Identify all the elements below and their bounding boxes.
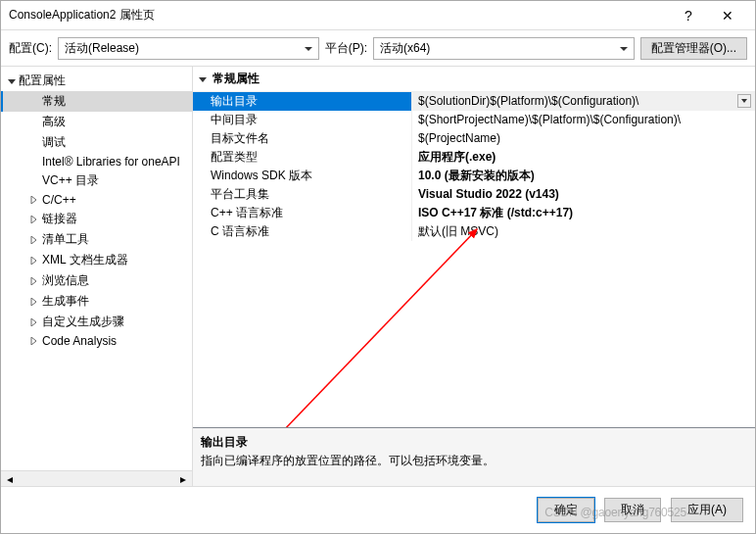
- tree-item[interactable]: 调试: [1, 132, 193, 153]
- config-label: 配置(C):: [9, 40, 52, 57]
- config-value: 活动(Release): [65, 40, 139, 57]
- caret-down-icon: [199, 73, 207, 86]
- tree-item[interactable]: 浏览信息: [1, 270, 193, 291]
- tree-item[interactable]: Code Analysis: [1, 332, 193, 350]
- tree-item[interactable]: Intel® Libraries for oneAPI: [1, 153, 193, 170]
- property-row[interactable]: 目标文件名$(ProjectName): [193, 129, 755, 148]
- tree[interactable]: 配置属性 常规高级调试Intel® Libraries for oneAPIVC…: [1, 67, 193, 470]
- property-value[interactable]: ISO C++17 标准 (/std:c++17): [412, 204, 755, 222]
- tree-item[interactable]: 链接器: [1, 209, 193, 229]
- tree-item-label: C/C++: [42, 193, 76, 207]
- platform-value: 活动(x64): [380, 40, 430, 57]
- property-key: C 语言标准: [193, 222, 412, 241]
- property-key: 输出目录: [193, 92, 412, 111]
- scroll-right-icon[interactable]: ▸: [176, 472, 190, 486]
- property-row[interactable]: 配置类型应用程序(.exe): [193, 148, 755, 167]
- property-row[interactable]: C++ 语言标准ISO C++17 标准 (/std:c++17): [193, 204, 755, 222]
- property-key: Windows SDK 版本: [193, 167, 412, 185]
- caret-right-icon: [28, 257, 38, 265]
- caret-right-icon: [28, 236, 38, 244]
- property-value[interactable]: 应用程序(.exe): [412, 148, 755, 167]
- caret-right-icon: [28, 216, 38, 223]
- property-key: 目标文件名: [193, 129, 412, 148]
- tree-item[interactable]: 常规: [1, 91, 193, 112]
- tree-item[interactable]: 清单工具: [1, 229, 193, 250]
- svg-line-0: [232, 229, 477, 427]
- scroll-left-icon[interactable]: ◂: [3, 472, 17, 486]
- titlebar: ConsoleApplication2 属性页 ? ✕: [1, 1, 755, 30]
- property-key: C++ 语言标准: [193, 204, 412, 222]
- prop-group-header[interactable]: 常规属性: [193, 67, 755, 92]
- tree-item-label: 常规: [42, 93, 66, 110]
- tree-item[interactable]: XML 文档生成器: [1, 250, 193, 270]
- description-title: 输出目录: [201, 434, 747, 451]
- tree-root-label: 配置属性: [19, 73, 66, 89]
- toolbar: 配置(C): 活动(Release) 平台(P): 活动(x64) 配置管理器(…: [1, 30, 755, 66]
- prop-group-title: 常规属性: [213, 71, 260, 87]
- description-text: 指向已编译程序的放置位置的路径。可以包括环境变量。: [201, 453, 747, 469]
- dropdown-icon[interactable]: [737, 94, 751, 108]
- tree-item-label: Code Analysis: [42, 334, 117, 348]
- tree-item-label: 调试: [42, 134, 66, 151]
- platform-label: 平台(P):: [325, 40, 367, 57]
- caret-right-icon: [28, 318, 38, 326]
- caret-down-icon: [7, 77, 17, 85]
- caret-right-icon: [28, 196, 38, 204]
- property-grid[interactable]: 输出目录$(SolutionDir)$(Platform)\$(Configur…: [193, 92, 755, 427]
- property-row[interactable]: 中间目录$(ShortProjectName)\$(Platform)\$(Co…: [193, 111, 755, 129]
- property-value[interactable]: 默认(旧 MSVC): [412, 222, 755, 241]
- tree-item[interactable]: 高级: [1, 112, 193, 132]
- platform-combo[interactable]: 活动(x64): [373, 37, 635, 60]
- caret-right-icon: [28, 277, 38, 285]
- property-row[interactable]: C 语言标准默认(旧 MSVC): [193, 222, 755, 241]
- tree-item-label: 清单工具: [42, 231, 89, 248]
- caret-right-icon: [28, 337, 38, 345]
- tree-item[interactable]: VC++ 目录: [1, 170, 193, 191]
- config-combo[interactable]: 活动(Release): [58, 37, 319, 60]
- close-button[interactable]: ✕: [708, 8, 747, 24]
- ok-button[interactable]: 确定: [538, 498, 594, 522]
- tree-item[interactable]: 自定义生成步骤: [1, 312, 193, 332]
- tree-item-label: 高级: [42, 114, 66, 130]
- tree-item-label: VC++ 目录: [42, 172, 99, 189]
- annotation-arrow-icon: [222, 219, 496, 427]
- footer: CSDN @gaoenyang760525 确定 取消 应用(A): [1, 486, 755, 533]
- property-value[interactable]: $(ShortProjectName)\$(Platform)\$(Config…: [412, 111, 755, 129]
- tree-panel: 配置属性 常规高级调试Intel® Libraries for oneAPIVC…: [1, 67, 193, 486]
- property-value[interactable]: Visual Studio 2022 (v143): [412, 185, 755, 204]
- tree-item[interactable]: 生成事件: [1, 291, 193, 312]
- property-key: 平台工具集: [193, 185, 412, 204]
- property-key: 配置类型: [193, 148, 412, 167]
- content: 常规属性 输出目录$(SolutionDir)$(Platform)\$(Con…: [193, 67, 755, 486]
- tree-item-label: 自定义生成步骤: [42, 314, 124, 330]
- tree-hscrollbar[interactable]: ◂ ▸: [1, 470, 192, 486]
- property-value[interactable]: $(ProjectName): [412, 129, 755, 148]
- window-title: ConsoleApplication2 属性页: [9, 7, 669, 24]
- tree-root[interactable]: 配置属性: [1, 71, 193, 91]
- config-manager-button[interactable]: 配置管理器(O)...: [640, 37, 747, 60]
- property-row[interactable]: Windows SDK 版本10.0 (最新安装的版本): [193, 167, 755, 185]
- tree-item-label: XML 文档生成器: [42, 252, 128, 268]
- apply-button[interactable]: 应用(A): [671, 498, 743, 522]
- property-row[interactable]: 输出目录$(SolutionDir)$(Platform)\$(Configur…: [193, 92, 755, 111]
- tree-item-label: 生成事件: [42, 293, 89, 310]
- property-key: 中间目录: [193, 111, 412, 129]
- tree-item-label: Intel® Libraries for oneAPI: [42, 155, 180, 169]
- cancel-button[interactable]: 取消: [604, 498, 661, 522]
- tree-item[interactable]: C/C++: [1, 191, 193, 209]
- main: 配置属性 常规高级调试Intel® Libraries for oneAPIVC…: [1, 66, 755, 486]
- help-button[interactable]: ?: [669, 8, 708, 24]
- property-value[interactable]: 10.0 (最新安装的版本): [412, 167, 755, 185]
- caret-right-icon: [28, 298, 38, 306]
- property-value[interactable]: $(SolutionDir)$(Platform)\$(Configuratio…: [412, 92, 755, 111]
- tree-item-label: 链接器: [42, 211, 77, 227]
- description-panel: 输出目录 指向已编译程序的放置位置的路径。可以包括环境变量。: [193, 427, 755, 486]
- property-row[interactable]: 平台工具集Visual Studio 2022 (v143): [193, 185, 755, 204]
- tree-item-label: 浏览信息: [42, 272, 89, 289]
